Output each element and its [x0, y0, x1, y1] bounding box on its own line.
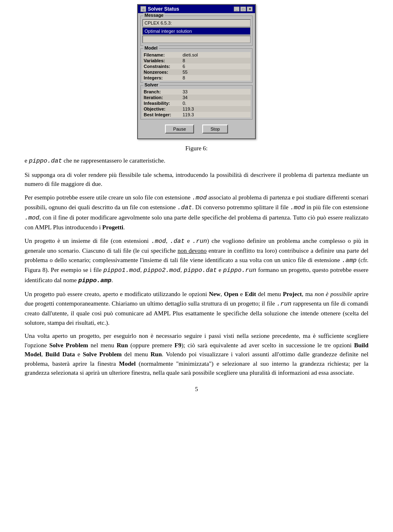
edit-bold: Edit	[245, 291, 256, 297]
model-table: Filename: dieti.sol Variables: 8 Constra…	[142, 52, 251, 81]
solver-infeasibility-value: 0.	[181, 100, 251, 106]
model-constraints-label: Constraints:	[142, 63, 181, 69]
solver-iteration-value: 34	[181, 95, 251, 100]
solver-content: Branch: 33 Iteration: 34 Infeasibility: …	[141, 86, 252, 119]
solve-problem2-bold: Solve Problem	[83, 351, 122, 358]
model-section: Model Filename: dieti.sol Variables: 8 C…	[140, 48, 253, 83]
pippo-amp: pippo.amp	[78, 277, 111, 284]
solver-objective-label: Objective:	[142, 106, 181, 112]
message-content: CPLEX 6.5.3: Optimal integer solution	[141, 16, 252, 45]
table-row: Branch: 33	[142, 89, 251, 95]
dat-ext-ref1: .dat	[177, 204, 192, 211]
run-ref: .run	[277, 301, 291, 308]
ext-mod: .mod	[151, 238, 166, 245]
model-bold: Model	[119, 360, 136, 367]
table-row: Iteration: 34	[142, 95, 251, 100]
model-integers-label: Integers:	[142, 75, 181, 81]
intro-paragraph: e pippo.dat che ne rappresentassero le c…	[25, 156, 368, 166]
model-nonzeroes-label: Nonzeroes:	[142, 69, 181, 75]
table-row: Constraints: 6	[142, 63, 251, 69]
window-title: Solver Status	[148, 6, 179, 12]
model-constraints-value: 6	[181, 63, 251, 69]
f9-bold: F9	[174, 342, 181, 349]
run-menu2-bold: Run	[151, 351, 162, 358]
solver-objective-value: 119.3	[181, 106, 251, 112]
solver-section: Solver Branch: 33 Iteration: 34 Infeasib…	[140, 85, 253, 120]
model-filename-value: dieti.sol	[181, 52, 251, 58]
ext-run: .run	[192, 238, 207, 245]
mod-ext-ref3: .mod	[25, 215, 39, 222]
progetti-bold: Progetti	[102, 224, 123, 231]
figure-caption: Figure 6:	[185, 145, 208, 152]
message-legend: Message	[143, 13, 165, 18]
titlebar-controls[interactable]: _ □ ✕	[234, 7, 253, 11]
pippo2-mod: pippo2.mod	[144, 267, 181, 274]
model-filename-label: Filename:	[142, 52, 181, 58]
paragraph-1: Si supponga ora di voler rendere più fle…	[25, 170, 368, 189]
ext-amp: .amp	[342, 257, 357, 264]
message-section: Message CPLEX 6.5.3: Optimal integer sol…	[140, 16, 253, 46]
solver-bestinteger-label: Best Integer:	[142, 112, 181, 118]
pippo1-mod: pippo1.mod	[103, 267, 140, 274]
stop-button[interactable]: Stop	[202, 125, 228, 134]
build-data-bold: Build Data	[45, 351, 75, 358]
window-icon: ☼	[140, 6, 146, 12]
table-row: Nonzeroes: 55	[142, 69, 251, 75]
solver-branch-value: 33	[181, 89, 251, 95]
non-devono: non devono	[178, 247, 207, 254]
paragraph-5: Una volta aperto un progetto, per esegui…	[25, 331, 368, 378]
titlebar-left: ☼ Solver Status	[140, 6, 179, 12]
paragraph-2: Per esempio potrebbe essere utile creare…	[25, 193, 368, 232]
mod-ext-ref1: .mod	[192, 195, 207, 201]
model-content: Filename: dieti.sol Variables: 8 Constra…	[141, 49, 252, 82]
window-body: Message CPLEX 6.5.3: Optimal integer sol…	[138, 13, 255, 138]
button-row: Pause Stop	[140, 122, 253, 136]
solver-legend: Solver	[143, 82, 160, 87]
message-row-optimal: Optimal integer solution	[142, 27, 251, 35]
message-row-cplex: CPLEX 6.5.3:	[142, 19, 251, 27]
page-number: 5	[0, 386, 393, 401]
model-integers-value: 8	[181, 75, 251, 81]
paragraph-4: Un progetto può essere creato, aperto e …	[25, 290, 368, 327]
figure-area: ☼ Solver Status _ □ ✕ Message CPLEX 6.5.…	[0, 0, 393, 156]
mod-ext-ref2: .mod	[290, 204, 305, 211]
table-row: Objective: 119.3	[142, 106, 251, 112]
non-possibile-italic: non è possibile	[315, 291, 352, 297]
paragraph-3: Un progetto è un insieme di file (con es…	[25, 236, 368, 286]
ext-dat: .dat	[170, 238, 185, 245]
main-text-content: e pippo.dat che ne rappresentassero le c…	[0, 156, 393, 378]
solve-problem-bold: Solve Problem	[49, 342, 88, 349]
solver-branch-label: Branch:	[142, 89, 181, 95]
run-menu-bold: Run	[117, 342, 128, 349]
model-legend: Model	[143, 45, 159, 50]
close-button[interactable]: ✕	[247, 7, 253, 11]
pause-button[interactable]: Pause	[165, 125, 194, 134]
open-bold: Open	[224, 291, 238, 297]
solver-bestinteger-value: 119.3	[181, 112, 251, 118]
table-row: Infeasibility: 0.	[142, 100, 251, 106]
window-titlebar: ☼ Solver Status _ □ ✕	[138, 5, 255, 13]
pippo-run: pippo.run	[223, 267, 256, 274]
table-row: Variables: 8	[142, 58, 251, 63]
pippo-dat: pippo.dat	[184, 267, 217, 274]
solver-iteration-label: Iteration:	[142, 95, 181, 100]
model-nonzeroes-value: 55	[181, 69, 251, 75]
table-row: Filename: dieti.sol	[142, 52, 251, 58]
table-row: Integers: 8	[142, 75, 251, 81]
message-row-empty	[142, 36, 251, 43]
solver-window: ☼ Solver Status _ □ ✕ Message CPLEX 6.5.…	[137, 4, 256, 139]
maximize-button[interactable]: □	[240, 7, 246, 11]
solver-table: Branch: 33 Iteration: 34 Infeasibility: …	[142, 89, 251, 118]
table-row: Best Integer: 119.3	[142, 112, 251, 118]
pippo-dat-ref: pippo.dat	[29, 158, 62, 165]
solver-infeasibility-label: Infeasibility:	[142, 100, 181, 106]
minimize-button[interactable]: _	[234, 7, 239, 11]
model-variables-value: 8	[181, 58, 251, 63]
new-bold: New	[209, 291, 220, 297]
model-variables-label: Variables:	[142, 58, 181, 63]
project-bold: Project	[283, 291, 302, 297]
